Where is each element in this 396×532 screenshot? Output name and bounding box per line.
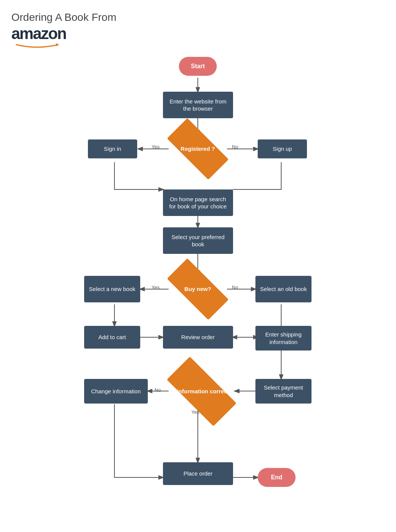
sign-up-box: Sign up [258, 139, 307, 158]
is-correct-shape [167, 357, 236, 426]
yes-registered-label: Yes [152, 144, 160, 150]
registered-diamond: Registered ? [169, 135, 227, 163]
search-book-box: On home page search for book of your cho… [163, 189, 233, 216]
is-correct-diamond: Is information correct? [169, 375, 235, 408]
select-payment-box: Select payment method [255, 379, 311, 404]
buy-new-diamond: Buy new? [169, 275, 227, 304]
enter-website-box: Enter the website from the browser [163, 92, 233, 118]
sign-in-box: Sign in [88, 139, 137, 158]
select-new-box: Select a new book [84, 276, 140, 302]
start-terminal: Start [179, 57, 217, 76]
flowchart: Start Enter the website from the browser… [0, 23, 396, 530]
registered-diamond-shape [167, 118, 229, 180]
select-preferred-box: Select your preferred book [163, 227, 233, 254]
no-registered-label: No [232, 144, 238, 150]
review-order-box: Review order [163, 326, 233, 349]
no-correct-label: No [155, 387, 161, 393]
add-cart-box: Add to cart [84, 326, 140, 349]
select-old-box: Select an old book [255, 276, 311, 302]
place-order-box: Place order [163, 462, 233, 485]
page-title: Ordering A Book From [11, 11, 116, 23]
buy-new-shape [167, 258, 229, 320]
enter-shipping-box: Enter shipping information [255, 326, 311, 350]
end-terminal: End [258, 468, 296, 487]
yes-correct-label: Yes [191, 409, 199, 415]
no-buynew-label: No [232, 285, 238, 290]
change-info-box: Change information [84, 379, 148, 404]
yes-buynew-label: Yes [152, 285, 160, 290]
